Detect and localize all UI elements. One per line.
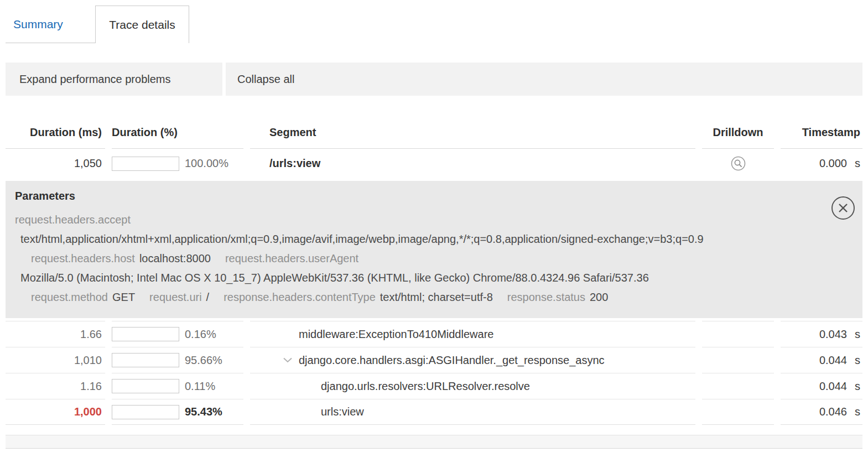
param-key-status: response.status	[507, 291, 585, 303]
tab-bar-spacer	[189, 6, 862, 43]
table-row[interactable]: 1,050 100.00% /urls:view 0.000 s	[6, 149, 862, 178]
duration-value: 1,000	[6, 399, 105, 425]
duration-percent-label: 95.43%	[185, 406, 222, 418]
timestamp-unit: s	[847, 406, 860, 418]
col-header-segment: Segment	[250, 96, 695, 149]
parameters-title: Parameters	[15, 190, 824, 202]
segment-name[interactable]: urls:view	[250, 399, 695, 425]
duration-percent-cell: 95.66%	[112, 347, 243, 373]
table-row[interactable]: 1.66 0.16% middleware:ExceptionTo410Midd…	[6, 321, 862, 347]
tab-summary-container: Summary	[6, 6, 95, 43]
collapse-all-button[interactable]: Collapse all	[226, 63, 862, 96]
duration-bar	[112, 379, 179, 393]
next-panel-strip	[6, 435, 862, 449]
param-key-useragent: request.headers.userAgent	[225, 252, 358, 264]
drilldown-cell	[702, 149, 774, 178]
timestamp-cell: 0.043 s	[781, 321, 862, 347]
drilldown-cell	[702, 373, 774, 399]
duration-value: 1.16	[6, 373, 105, 399]
drilldown-cell	[702, 321, 774, 347]
duration-percent-cell: 0.16%	[112, 321, 243, 347]
timestamp-cell: 0.046 s	[781, 399, 862, 425]
table-header-row: Duration (ms) Duration (%) Segment Drill…	[6, 96, 862, 149]
duration-percent-cell: 95.43%	[112, 399, 243, 425]
timestamp-unit: s	[847, 354, 860, 367]
col-header-drilldown: Drilldown	[702, 96, 774, 149]
tab-summary[interactable]: Summary	[13, 18, 63, 31]
drilldown-cell	[702, 347, 774, 373]
timestamp-value: 0.044	[819, 380, 847, 393]
duration-percent-cell: 0.11%	[112, 373, 243, 399]
param-key-host: request.headers.host	[31, 252, 135, 264]
duration-percent-label: 0.16%	[185, 328, 216, 341]
param-value-useragent: Mozilla/5.0 (Macintosh; Intel Mac OS X 1…	[15, 268, 737, 288]
col-header-timestamp: Timestamp	[781, 96, 862, 149]
timestamp-unit: s	[847, 328, 860, 341]
timestamp-unit: s	[847, 380, 860, 393]
param-value-uri: /	[206, 291, 210, 303]
duration-percent-label: 100.00%	[185, 157, 228, 170]
timestamp-value: 0.000	[819, 157, 847, 170]
duration-value: 1,010	[6, 347, 105, 373]
close-parameters-button[interactable]	[831, 196, 855, 220]
param-line-host-useragent: request.headers.hostlocalhost:8000reques…	[15, 249, 824, 268]
param-key-uri: request.uri	[149, 291, 202, 303]
duration-value: 1,050	[6, 149, 105, 178]
duration-percent-label: 0.11%	[185, 380, 215, 393]
duration-bar	[112, 327, 179, 341]
duration-value: 1.66	[6, 321, 105, 347]
timestamp-cell: 0.044 s	[781, 373, 862, 399]
timestamp-value: 0.044	[819, 354, 847, 367]
tab-trace-details[interactable]: Trace details	[95, 6, 189, 43]
param-value-contenttype: text/html; charset=utf-8	[380, 291, 493, 303]
duration-bar	[112, 405, 179, 419]
close-icon	[838, 202, 849, 214]
param-value-status: 200	[590, 291, 608, 303]
chevron-down-icon[interactable]	[283, 357, 294, 363]
timestamp-value: 0.046	[819, 406, 847, 418]
param-key-method: request.method	[31, 291, 108, 303]
drilldown-cell	[702, 399, 774, 425]
trace-details-page: Summary Trace details Expand performance…	[0, 6, 868, 449]
magnifier-icon[interactable]	[731, 156, 746, 171]
segment-rows: 1.66 0.16% middleware:ExceptionTo410Midd…	[6, 321, 862, 425]
duration-bar	[112, 157, 179, 171]
table-row-highlighted[interactable]: 1,000 95.43% urls:view 0.046 s	[6, 399, 862, 425]
table-row[interactable]: 1,010 95.66% django.core.handlers.asgi:A…	[6, 347, 862, 373]
col-header-duration-pct: Duration (%)	[112, 96, 243, 149]
parameters-panel: Parameters request.headers.accept text/h…	[6, 181, 862, 318]
param-line-request-response: request.methodGETrequest.uri/response.he…	[15, 288, 824, 307]
toolbar: Expand performance problems Collapse all	[6, 63, 862, 96]
param-value-accept: text/html,application/xhtml+xml,applicat…	[15, 230, 737, 249]
segment-name[interactable]: django.core.handlers.asgi:ASGIHandler._g…	[250, 347, 695, 373]
timestamp-value: 0.043	[819, 328, 847, 341]
expand-performance-problems-button[interactable]: Expand performance problems	[6, 63, 222, 96]
col-header-duration-ms: Duration (ms)	[6, 96, 105, 149]
duration-bar	[112, 353, 179, 367]
param-key-contenttype: response.headers.contentType	[224, 291, 376, 303]
duration-percent-cell: 100.00%	[112, 149, 243, 178]
duration-percent-label: 95.66%	[185, 354, 222, 367]
segment-name[interactable]: middleware:ExceptionTo410Middleware	[250, 321, 695, 347]
timestamp-cell: 0.044 s	[781, 347, 862, 373]
segment-name[interactable]: /urls:view	[250, 149, 695, 178]
tab-bar: Summary Trace details	[6, 6, 862, 43]
table-row[interactable]: 1.16 0.11% django.urls.resolvers:URLReso…	[6, 373, 862, 399]
param-value-method: GET	[112, 291, 135, 303]
param-key-accept: request.headers.accept	[15, 210, 824, 230]
segment-name[interactable]: django.urls.resolvers:URLResolver.resolv…	[250, 373, 695, 399]
timestamp-cell: 0.000 s	[781, 149, 862, 178]
param-value-host: localhost:8000	[139, 252, 211, 264]
timestamp-unit: s	[847, 157, 860, 170]
